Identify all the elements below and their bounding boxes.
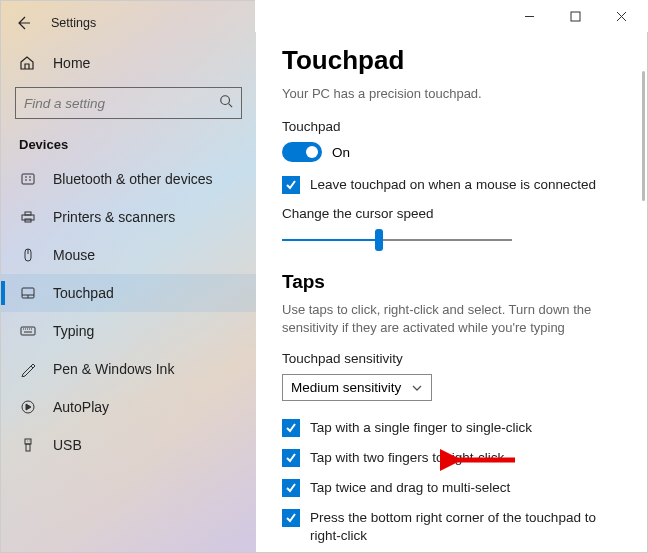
sidebar-item-printers[interactable]: Printers & scanners xyxy=(1,198,256,236)
home-icon xyxy=(19,55,37,71)
svg-rect-7 xyxy=(21,327,35,335)
search-icon xyxy=(219,94,233,112)
bottom-right-checkbox[interactable] xyxy=(282,509,300,527)
cursor-speed-slider[interactable] xyxy=(282,229,512,251)
app-title: Settings xyxy=(51,16,96,30)
touchpad-toggle[interactable] xyxy=(282,142,322,162)
taps-desc: Use taps to click, right-click and selec… xyxy=(282,301,621,337)
sensitivity-label: Touchpad sensitivity xyxy=(282,351,621,366)
scrollbar[interactable] xyxy=(642,71,645,201)
leave-on-checkbox[interactable] xyxy=(282,176,300,194)
svg-rect-11 xyxy=(571,12,580,21)
nav-label: USB xyxy=(53,437,82,453)
sidebar-item-autoplay[interactable]: AutoPlay xyxy=(1,388,256,426)
tap-single-checkbox[interactable] xyxy=(282,419,300,437)
sidebar-item-bluetooth[interactable]: Bluetooth & other devices xyxy=(1,160,256,198)
back-button[interactable] xyxy=(13,13,33,33)
sidebar-item-home[interactable]: Home xyxy=(1,45,256,81)
nav-label: Mouse xyxy=(53,247,95,263)
pen-icon xyxy=(19,361,37,377)
svg-point-0 xyxy=(221,96,230,105)
sensitivity-value: Medium sensitivity xyxy=(291,380,401,395)
tap-drag-label: Tap twice and drag to multi-select xyxy=(310,479,510,497)
nav-label: Touchpad xyxy=(53,285,114,301)
svg-rect-3 xyxy=(25,212,31,215)
keyboard-icon xyxy=(19,323,37,339)
sensitivity-dropdown[interactable]: Medium sensitivity xyxy=(282,374,432,401)
page-subtitle: Your PC has a precision touchpad. xyxy=(282,86,621,101)
svg-rect-9 xyxy=(25,439,31,444)
chevron-down-icon xyxy=(411,382,423,394)
tap-single-label: Tap with a single finger to single-click xyxy=(310,419,532,437)
toggle-state: On xyxy=(332,145,350,160)
nav-label: Pen & Windows Ink xyxy=(53,361,174,377)
usb-icon xyxy=(19,437,37,453)
touchpad-label: Touchpad xyxy=(282,119,621,134)
bottom-right-label: Press the bottom right corner of the tou… xyxy=(310,509,621,545)
search-field[interactable] xyxy=(24,96,219,111)
tap-two-label: Tap with two fingers to right-click xyxy=(310,449,504,467)
slider-thumb[interactable] xyxy=(375,229,383,251)
taps-title: Taps xyxy=(282,271,621,293)
svg-rect-10 xyxy=(26,444,30,451)
mouse-icon xyxy=(19,247,37,263)
autoplay-icon xyxy=(19,399,37,415)
close-button[interactable] xyxy=(598,0,644,32)
tap-drag-checkbox[interactable] xyxy=(282,479,300,497)
search-input[interactable] xyxy=(15,87,242,119)
nav-label: Typing xyxy=(53,323,94,339)
sidebar-item-typing[interactable]: Typing xyxy=(1,312,256,350)
minimize-button[interactable] xyxy=(506,0,552,32)
sidebar-item-usb[interactable]: USB xyxy=(1,426,256,464)
nav-label: Printers & scanners xyxy=(53,209,175,225)
tap-two-checkbox[interactable] xyxy=(282,449,300,467)
nav-label: Bluetooth & other devices xyxy=(53,171,213,187)
home-label: Home xyxy=(53,55,90,71)
sidebar-item-pen[interactable]: Pen & Windows Ink xyxy=(1,350,256,388)
printer-icon xyxy=(19,209,37,225)
svg-rect-1 xyxy=(22,174,34,184)
section-label: Devices xyxy=(1,129,256,160)
sidebar-item-mouse[interactable]: Mouse xyxy=(1,236,256,274)
cursor-speed-label: Change the cursor speed xyxy=(282,206,621,221)
page-title: Touchpad xyxy=(282,45,621,76)
bluetooth-icon xyxy=(19,171,37,187)
maximize-button[interactable] xyxy=(552,0,598,32)
sidebar-item-touchpad[interactable]: Touchpad xyxy=(1,274,256,312)
nav-label: AutoPlay xyxy=(53,399,109,415)
leave-on-label: Leave touchpad on when a mouse is connec… xyxy=(310,176,596,194)
touchpad-icon xyxy=(19,285,37,301)
